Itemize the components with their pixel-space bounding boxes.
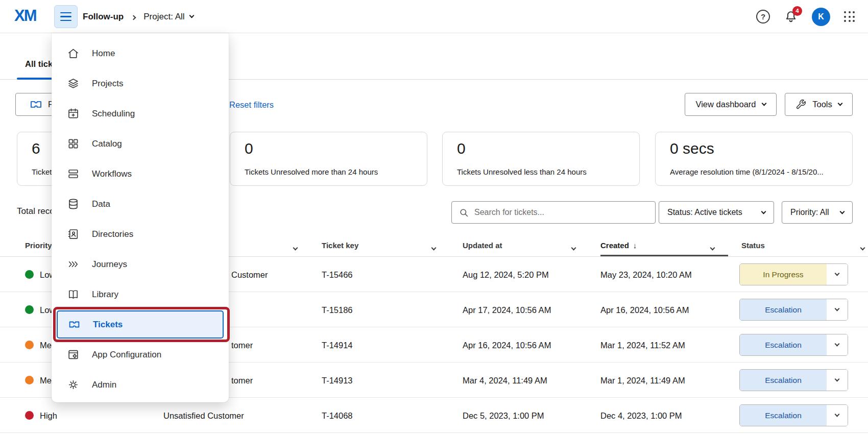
nav-item-scheduling[interactable]: Scheduling xyxy=(52,99,229,129)
chevron-down-icon[interactable] xyxy=(861,244,864,253)
chevron-down-icon[interactable] xyxy=(827,405,848,426)
column-header-created[interactable]: Created↓ xyxy=(600,241,637,250)
column-header-updated-at[interactable]: Updated at xyxy=(463,241,502,250)
chevron-down-icon xyxy=(761,209,766,214)
priority-dot xyxy=(25,411,34,420)
view-dashboard-button[interactable]: View dashboard xyxy=(685,93,777,116)
search-icon xyxy=(459,207,469,218)
app-configuration-icon xyxy=(67,348,80,361)
search-input[interactable] xyxy=(474,208,648,217)
wrench-icon xyxy=(795,99,806,110)
nav-item-tickets[interactable]: Tickets xyxy=(57,310,224,339)
nav-item-app-configuration[interactable]: App Configuration xyxy=(52,340,229,370)
chevron-down-icon[interactable] xyxy=(827,264,848,285)
status-dropdown[interactable]: Escalation xyxy=(739,404,848,426)
workflows-icon xyxy=(67,167,80,180)
column-header-status[interactable]: Status xyxy=(741,241,765,250)
created-cell: Mar 1, 2024, 11:52 AM xyxy=(600,341,685,350)
help-icon[interactable]: ? xyxy=(756,10,770,23)
updated-at-cell: Mar 4, 2024, 11:49 AM xyxy=(463,376,547,385)
nav-item-journeys[interactable]: Journeys xyxy=(52,249,229,279)
status-dropdown[interactable]: In Progress xyxy=(739,263,848,285)
tools-label: Tools xyxy=(812,100,832,109)
chevron-down-icon xyxy=(761,101,766,106)
nav-item-library[interactable]: Library xyxy=(52,279,229,309)
updated-at-cell: Apr 17, 2024, 10:56 AM xyxy=(463,305,551,315)
stat-value: 0 secs xyxy=(670,140,714,157)
avatar[interactable]: K xyxy=(812,8,830,26)
ticket-key-cell: T-14068 xyxy=(322,411,353,421)
column-header-ticket-key[interactable]: Ticket key xyxy=(322,241,358,250)
library-book-icon xyxy=(67,288,80,301)
stat-card-avg-resolution: 0 secs Average resolution time (8/1/2024… xyxy=(655,132,853,186)
breadcrumb: Follow-up Project: All xyxy=(83,0,194,33)
stat-card-unresolved-less-24h: 0 Tickets Unresolved less than 24 hours xyxy=(442,132,640,186)
hamburger-icon xyxy=(60,12,71,14)
status-badge: Escalation xyxy=(740,299,827,320)
topbar-actions: ? 4 K xyxy=(756,0,855,33)
priority-filter-dropdown[interactable]: Priority: All xyxy=(782,201,853,224)
chevron-down-icon[interactable] xyxy=(827,299,848,320)
project-selector[interactable]: Project: All xyxy=(143,12,193,22)
status-badge: In Progress xyxy=(740,264,827,285)
chevron-down-icon[interactable] xyxy=(827,334,848,355)
updated-at-cell: Dec 5, 2023, 1:00 PM xyxy=(463,411,544,421)
projects-icon xyxy=(67,77,80,90)
stat-label: Tickets Unresolved more than 24 hours xyxy=(245,167,378,176)
nav-item-admin[interactable]: Admin xyxy=(52,370,229,400)
chevron-down-icon[interactable] xyxy=(432,244,436,253)
admin-gear-icon xyxy=(67,378,80,391)
priority-dot xyxy=(25,270,34,279)
tools-button[interactable]: Tools xyxy=(785,93,853,116)
view-dashboard-label: View dashboard xyxy=(695,100,756,109)
reset-filters-link[interactable]: Reset filters xyxy=(229,100,274,110)
notification-badge: 4 xyxy=(792,6,802,16)
nav-item-workflows[interactable]: Workflows xyxy=(52,159,229,189)
status-dropdown[interactable]: Escalation xyxy=(739,334,848,356)
chevron-down-icon[interactable] xyxy=(827,370,848,391)
status-dropdown[interactable]: Escalation xyxy=(739,299,848,321)
nav-item-projects[interactable]: Projects xyxy=(52,68,229,99)
chevron-down-icon[interactable] xyxy=(294,244,297,253)
nav-item-catalog[interactable]: Catalog xyxy=(52,129,229,159)
stat-value: 6 xyxy=(32,140,40,157)
status-dropdown[interactable]: Escalation xyxy=(739,369,848,391)
search-box xyxy=(451,201,656,224)
status-filter-dropdown[interactable]: Status: Active tickets xyxy=(659,201,774,224)
nav-item-directories[interactable]: Directories xyxy=(52,219,229,249)
xm-logo: XM xyxy=(14,7,36,25)
table-row[interactable]: High Unsatisfied Customer T-14068 Dec 5,… xyxy=(0,398,868,433)
updated-at-cell: Aug 12, 2024, 5:20 PM xyxy=(463,270,549,280)
status-badge: Escalation xyxy=(740,370,827,391)
ticket-icon xyxy=(68,318,81,331)
ticket-name-cell: Unsatisfied Customer xyxy=(163,411,244,421)
priority-dot xyxy=(25,305,34,314)
ticket-key-cell: T-15186 xyxy=(322,305,353,315)
home-icon xyxy=(67,47,80,60)
priority-cell: High xyxy=(40,411,57,421)
top-bar: XM Follow-up Project: All ? 4 K xyxy=(0,0,868,33)
status-badge: Escalation xyxy=(740,405,827,426)
ticket-key-cell: T-14913 xyxy=(322,376,353,385)
created-cell: Apr 16, 2024, 10:56 AM xyxy=(600,305,689,315)
chevron-down-icon[interactable] xyxy=(572,244,575,253)
database-icon xyxy=(67,198,80,210)
created-cell: Dec 4, 2023, 1:00 PM xyxy=(600,411,682,421)
status-filter-label: Status: Active tickets xyxy=(667,208,742,217)
created-cell: Mar 1, 2024, 11:49 AM xyxy=(600,376,685,385)
stat-label: Tickets Unresolved less than 24 hours xyxy=(457,167,587,176)
status-badge: Escalation xyxy=(740,334,827,355)
notifications-button[interactable]: 4 xyxy=(784,10,798,24)
ticket-icon xyxy=(29,98,43,111)
chevron-down-icon[interactable] xyxy=(711,244,714,253)
hamburger-menu-button[interactable] xyxy=(54,5,78,28)
stat-label: Average resolution time (8/1/2024 - 8/15… xyxy=(670,167,824,176)
nav-item-data[interactable]: Data xyxy=(52,189,229,219)
column-header-priority[interactable]: Priority xyxy=(25,241,52,250)
breadcrumb-section[interactable]: Follow-up xyxy=(83,12,124,22)
chevron-down-icon xyxy=(189,13,194,18)
app-grid-icon[interactable] xyxy=(844,11,855,22)
nav-item-home[interactable]: Home xyxy=(52,38,229,68)
ticket-key-cell: T-15466 xyxy=(322,270,353,280)
journeys-icon xyxy=(67,258,80,271)
